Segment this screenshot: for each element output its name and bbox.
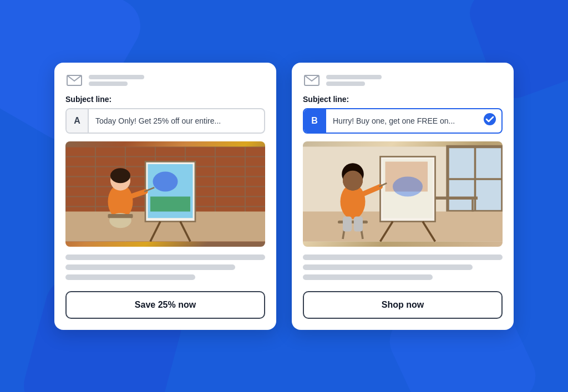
content-lines-b (303, 254, 503, 280)
header-line-2 (89, 82, 128, 86)
email-image-a (65, 141, 265, 247)
svg-rect-48 (343, 216, 352, 231)
card-a-header (65, 74, 265, 87)
content-lines-a (65, 254, 265, 280)
svg-point-10 (153, 171, 178, 191)
svg-rect-11 (150, 196, 190, 211)
content-line-a-2 (65, 264, 235, 270)
email-icon (65, 74, 83, 87)
cta-button-b[interactable]: Shop now (303, 291, 503, 319)
checkmark-icon (484, 113, 496, 128)
svg-point-45 (343, 170, 363, 190)
subject-label-a: Subject line: (65, 95, 265, 104)
subject-text-b: Hurry! Buy one, get one FREE on... (326, 116, 484, 125)
content-line-b-1 (303, 254, 503, 260)
cards-container: Subject line: A Today Only! Get 25% off … (54, 63, 514, 330)
svg-point-16 (110, 168, 130, 183)
variant-badge-a: A (67, 109, 89, 133)
content-line-a-3 (65, 274, 195, 280)
subject-input-b[interactable]: B Hurry! Buy one, get one FREE on... (303, 108, 503, 134)
subject-input-a[interactable]: A Today Only! Get 25% off our entire... (65, 108, 265, 134)
header-line-b-2 (326, 82, 365, 86)
content-line-b-3 (303, 274, 433, 280)
variant-badge-b: B (304, 109, 326, 133)
email-card-a: Subject line: A Today Only! Get 25% off … (54, 63, 276, 330)
email-card-b: Subject line: B Hurry! Buy one, get one … (292, 63, 514, 330)
svg-point-36 (393, 176, 423, 196)
content-line-a-1 (65, 254, 265, 260)
subject-label-b: Subject line: (303, 95, 503, 104)
content-line-b-2 (303, 264, 473, 270)
header-lines-b (326, 75, 382, 86)
header-line-b-1 (326, 75, 382, 79)
cta-button-a[interactable]: Save 25% now (65, 291, 265, 319)
header-lines-a (89, 75, 144, 86)
subject-text-a: Today Only! Get 25% off our entire... (89, 116, 264, 125)
svg-point-22 (484, 113, 496, 125)
card-b-header (303, 74, 503, 87)
email-icon-b (303, 74, 321, 87)
svg-rect-39 (338, 220, 368, 223)
header-line-1 (89, 75, 144, 79)
email-image-b (303, 141, 503, 247)
svg-rect-49 (354, 216, 363, 231)
svg-rect-20 (108, 214, 133, 218)
